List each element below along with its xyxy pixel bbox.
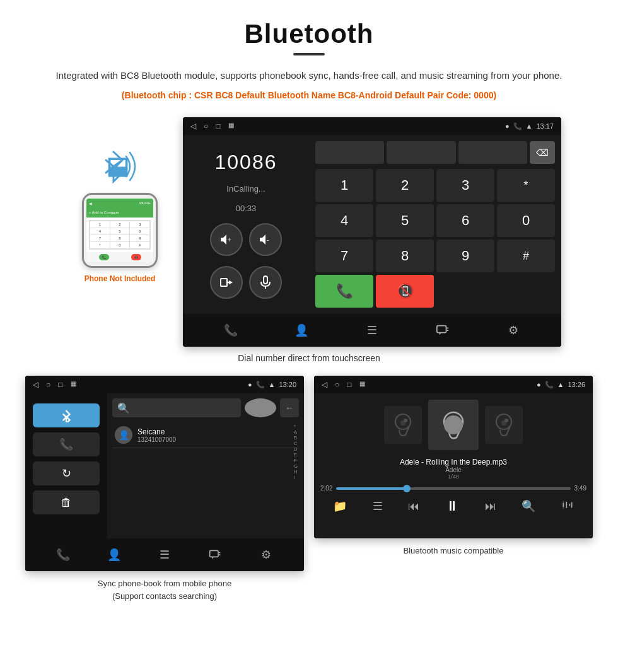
pb-alpha-star: * [294, 424, 298, 429]
key-2[interactable]: 2 [376, 169, 434, 202]
pb-call-log-icon[interactable]: 📞 [50, 542, 76, 567]
key-star[interactable]: * [497, 169, 555, 202]
pb-keypad-icon[interactable]: ☰ [152, 542, 177, 567]
microphone-button[interactable] [249, 266, 282, 299]
settings-icon[interactable]: ⚙ [501, 318, 526, 343]
phone-key-3[interactable]: 3 [130, 221, 149, 228]
phone-key-7[interactable]: 7 [90, 235, 110, 241]
call-button[interactable]: 📞 [315, 275, 373, 308]
music-play-pause-button[interactable]: ⏸ [445, 498, 459, 514]
transfer-button[interactable] [210, 266, 243, 299]
dial-input-box-1 [315, 141, 384, 164]
keypad-icon[interactable]: ☰ [359, 318, 385, 343]
android-dial-body: 10086 InCalling... 00:33 + [183, 135, 561, 314]
key-9[interactable]: 9 [436, 240, 494, 272]
pb-alpha-b: B [294, 435, 298, 441]
mu-call-icon: 📞 [545, 381, 554, 389]
phone-call-button[interactable]: 📞 [99, 254, 109, 260]
pb-back-arrow[interactable]: ← [280, 398, 299, 417]
key-4[interactable]: 4 [315, 204, 373, 237]
phone-key-star[interactable]: * [90, 242, 110, 248]
pb-phone-item[interactable]: 📞 [33, 432, 100, 456]
mu-wifi-icon: ▲ [557, 381, 564, 388]
pb-delete-item[interactable]: 🗑 [33, 490, 100, 514]
volume-up-button[interactable]: + [210, 223, 243, 256]
phone-key-8[interactable]: 8 [110, 235, 130, 241]
key-0[interactable]: 0 [497, 204, 555, 237]
pb-settings-icon[interactable]: ⚙ [254, 542, 279, 567]
end-call-button[interactable]: 📵 [376, 275, 434, 308]
key-7[interactable]: 7 [315, 240, 373, 272]
pb-profile-circle [245, 398, 276, 417]
pb-alphabet-index: * A B C D E F G H I [293, 422, 299, 482]
pb-contacts-icon[interactable]: 👤 [102, 542, 127, 567]
music-status-bar: ◁ ○ □ ▦ ● 📞 ▲ 13:26 [314, 376, 593, 393]
pb-status-left: ◁ ○ □ ▦ [33, 380, 76, 389]
phone-key-2[interactable]: 2 [110, 221, 130, 228]
pb-contact-item[interactable]: 👤 Seicane 13241007000 [112, 422, 299, 448]
mu-status-left: ◁ ○ □ ▦ [322, 380, 365, 389]
location-icon: ● [505, 122, 510, 130]
mu-recent-icon: □ [347, 380, 351, 389]
phone-key-0[interactable]: 0 [110, 242, 130, 248]
pb-alpha-h: H [294, 469, 298, 475]
phone-key-1[interactable]: 1 [90, 221, 110, 228]
dial-status: InCalling... [226, 184, 265, 194]
music-folder-button[interactable]: 📁 [333, 499, 347, 513]
messages-icon[interactable] [430, 318, 455, 343]
key-1[interactable]: 1 [315, 169, 373, 202]
pb-alpha-i: I [294, 475, 298, 480]
pb-contact-list-wrapper: 👤 Seicane 13241007000 * A B [112, 422, 299, 448]
phone-key-4[interactable]: 4 [90, 228, 110, 235]
call-log-icon[interactable]: 📞 [218, 318, 243, 343]
music-prev-button[interactable]: ⏮ [408, 500, 419, 513]
music-playlist-button[interactable]: ☰ [373, 499, 383, 513]
svg-marker-1 [221, 235, 226, 245]
phone-key-6[interactable]: 6 [130, 228, 149, 235]
pb-bluetooth-item[interactable] [33, 403, 100, 427]
volume-down-button[interactable]: - [249, 223, 282, 256]
dial-timer: 00:33 [236, 204, 257, 213]
screenshot-icon: ▦ [228, 122, 234, 130]
phone-end-button[interactable]: 📵 [131, 254, 141, 260]
pb-contact-phone: 13241007000 [137, 436, 296, 443]
spec-info-text: (Bluetooth chip : CSR BC8 Default Blueto… [25, 88, 593, 102]
music-album-art-right [485, 406, 523, 444]
mu-home-icon: ○ [335, 380, 339, 389]
key-3[interactable]: 3 [436, 169, 494, 202]
key-5[interactable]: 5 [376, 204, 434, 237]
dial-number: 10086 [215, 151, 277, 174]
dial-right-panel: ⌫ 1 2 3 * 4 5 6 0 7 8 9 # [309, 135, 561, 314]
page-title: Bluetooth [25, 19, 593, 49]
phone-key-5[interactable]: 5 [110, 228, 130, 235]
contacts-icon[interactable]: 👤 [289, 318, 314, 343]
status-right: ● 📞 ▲ 13:17 [505, 122, 554, 130]
music-eq-button[interactable] [561, 499, 574, 514]
dial-input-box-2 [387, 141, 455, 164]
key-6[interactable]: 6 [436, 204, 494, 237]
dial-delete-button[interactable]: ⌫ [530, 141, 555, 164]
key-8[interactable]: 8 [376, 240, 434, 272]
phone-key-hash[interactable]: # [130, 242, 149, 248]
main-section: ⬓ ◀ MORE + Add [25, 117, 593, 347]
phone-greenbar: + Add to Contacts [86, 207, 153, 217]
music-progress-fill [336, 487, 406, 490]
pb-search-input[interactable]: 🔍 [112, 398, 241, 417]
music-progress-bar[interactable] [336, 487, 570, 490]
status-left: ◁ ○ □ ▦ [190, 122, 234, 130]
pb-contact-name: Seicane [137, 427, 296, 436]
pb-messages-icon[interactable] [202, 542, 228, 567]
pb-contact-avatar: 👤 [115, 426, 132, 444]
pb-sync-item[interactable]: ↻ [33, 461, 100, 485]
phonebook-section: ◁ ○ □ ▦ ● 📞 ▲ 13:20 [25, 376, 304, 602]
wifi-icon: ▲ [526, 122, 533, 130]
music-next-button[interactable]: ⏭ [485, 500, 496, 513]
phonebook-body: 📞 ↻ 🗑 🔍 ← 👤 [25, 393, 304, 538]
music-time-total: 3:49 [574, 485, 586, 492]
dial-control-row-1: + - [210, 223, 282, 256]
phone-key-9[interactable]: 9 [130, 235, 149, 241]
key-hash[interactable]: # [497, 240, 555, 272]
music-search-button[interactable]: 🔍 [522, 499, 535, 513]
music-song-title: Adele - Rolling In the Deep.mp3 [320, 458, 586, 466]
music-body: Adele - Rolling In the Deep.mp3 Adele 1/… [314, 393, 593, 538]
